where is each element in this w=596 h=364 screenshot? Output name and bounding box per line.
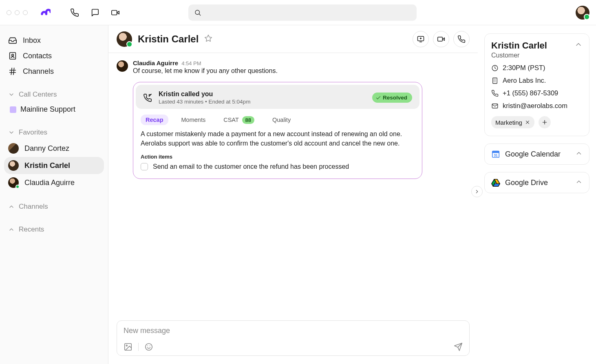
chevron-up-icon <box>575 178 583 187</box>
conversation-header: Kristin Carlel <box>108 25 478 53</box>
contact-avatar <box>117 31 132 47</box>
collapse-right-panel[interactable] <box>471 186 483 197</box>
divider <box>138 343 139 351</box>
section-title: Channels <box>19 203 48 211</box>
call-summary-card: Kristin called you Lasted 43 minutes • E… <box>133 82 422 179</box>
message-icon[interactable] <box>91 8 99 17</box>
contacts-icon <box>8 51 17 60</box>
svg-point-3 <box>12 54 14 56</box>
contact-name: Kristin Carlel <box>491 40 547 51</box>
clock-icon <box>491 64 499 72</box>
message-author: Claudia Aguirre <box>133 60 178 66</box>
avatar <box>8 143 19 154</box>
svg-rect-31 <box>492 151 499 153</box>
integration-google-drive[interactable]: Google Drive <box>484 172 589 193</box>
current-user-avatar[interactable] <box>576 6 589 20</box>
tab-recap[interactable]: Recap <box>141 115 168 125</box>
traffic-max[interactable] <box>23 10 28 15</box>
section-callcenters[interactable]: Call Centers <box>4 87 104 102</box>
favorite-danny[interactable]: Danny Cortez <box>4 140 104 157</box>
tab-quality[interactable]: Quality <box>267 115 296 125</box>
google-calendar-icon: 31 <box>491 150 500 159</box>
nav-channels[interactable]: Channels <box>4 64 104 79</box>
message: Claudia Aguirre 4:54 PM Of course, let m… <box>117 60 470 75</box>
hash-icon <box>8 67 17 76</box>
search-input[interactable] <box>188 4 417 21</box>
status-badge: Resolved <box>372 93 412 103</box>
nav-inbox[interactable]: Inbox <box>4 33 104 48</box>
favorite-label: Danny Cortez <box>24 144 69 153</box>
chevron-up-icon <box>8 226 15 233</box>
window-controls <box>7 10 28 15</box>
traffic-min[interactable] <box>15 10 20 15</box>
svg-marker-8 <box>205 35 212 41</box>
video-icon[interactable] <box>111 8 120 17</box>
screenshare-button[interactable] <box>413 31 429 47</box>
integration-google-calendar[interactable]: 31 Google Calendar <box>484 143 589 165</box>
conversation-body: Claudia Aguirre 4:54 PM Of course, let m… <box>108 53 478 314</box>
mail-icon <box>491 102 499 110</box>
traffic-close[interactable] <box>7 10 11 15</box>
tab-moments[interactable]: Moments <box>177 115 211 125</box>
app-logo <box>39 7 51 18</box>
action-item-checkbox[interactable] <box>141 163 148 170</box>
section-title: Call Centers <box>19 90 57 99</box>
details-panel: Kristin Carlel Customer 2:30PM (PST) Aer… <box>478 25 596 364</box>
conversation-pane: Kristin Carlel Claudia Aguirre 4:54 PM O… <box>108 25 478 364</box>
sidebar: Inbox Contacts Channels Call Centers Mai… <box>0 25 108 364</box>
svg-line-7 <box>13 68 14 75</box>
favorite-kristin[interactable]: Kristin Carlel <box>4 157 104 174</box>
send-icon[interactable] <box>454 342 463 351</box>
tab-csat[interactable]: CSAT 88 <box>219 115 259 125</box>
building-icon <box>491 77 499 84</box>
section-title: Recents <box>19 225 44 234</box>
nav-contacts[interactable]: Contacts <box>4 48 104 64</box>
section-recents[interactable]: Recents <box>4 222 104 237</box>
message-avatar <box>117 60 128 72</box>
top-action-icons <box>70 8 120 17</box>
emoji-icon[interactable] <box>144 342 153 351</box>
contact-time: 2:30PM (PST) <box>491 64 583 72</box>
add-tag-button[interactable] <box>539 116 551 128</box>
message-composer <box>117 320 470 356</box>
recap-text: A customer mistakenly made a payment for… <box>133 125 422 148</box>
nav-label: Contacts <box>23 52 52 60</box>
action-item: Send an email to the customer once the r… <box>133 161 422 172</box>
conversation-title: Kristin Carlel <box>138 33 199 45</box>
google-drive-icon <box>491 178 500 187</box>
phone-call-button[interactable] <box>453 31 470 47</box>
favorite-label: Claudia Aguirre <box>24 179 75 187</box>
video-call-button[interactable] <box>433 31 449 47</box>
chevron-up-icon[interactable] <box>574 40 583 50</box>
nav-label: Channels <box>23 67 54 76</box>
svg-point-1 <box>195 10 200 15</box>
search-icon <box>194 9 201 16</box>
call-title: Kristin called you <box>159 90 250 98</box>
phone-icon[interactable] <box>70 8 79 17</box>
close-icon[interactable] <box>525 119 530 125</box>
chevron-down-icon <box>8 129 15 136</box>
inbox-icon <box>8 36 17 45</box>
callcenter-item[interactable]: Mainline Support <box>4 102 104 117</box>
chevron-up-icon <box>575 150 583 159</box>
contact-role: Customer <box>491 52 547 59</box>
presence-indicator <box>15 185 20 189</box>
contact-company: Aero Labs Inc. <box>491 77 583 84</box>
integration-label: Google Calendar <box>505 150 561 159</box>
svg-rect-0 <box>112 10 117 15</box>
tag-marketing[interactable]: Marketing <box>491 116 534 128</box>
section-channels[interactable]: Channels <box>4 199 104 214</box>
section-favorites[interactable]: Favorites <box>4 125 104 140</box>
image-icon[interactable] <box>124 342 132 351</box>
contact-email: kristin@aerolabs.com <box>491 102 583 110</box>
call-subtitle: Lasted 43 minutes • Ended at 5:04pm <box>159 99 250 105</box>
avatar <box>8 177 19 188</box>
topbar <box>0 0 596 25</box>
csat-score: 88 <box>242 116 254 124</box>
message-time: 4:54 PM <box>181 60 201 66</box>
star-icon[interactable] <box>204 34 212 44</box>
svg-line-6 <box>11 68 12 75</box>
favorite-claudia[interactable]: Claudia Aguirre <box>4 174 104 191</box>
chevron-up-icon <box>8 203 15 210</box>
composer-input[interactable] <box>124 326 463 335</box>
